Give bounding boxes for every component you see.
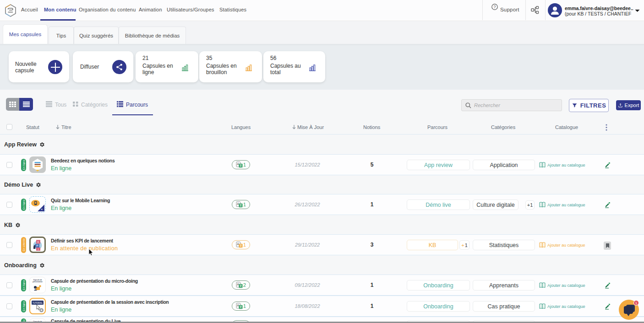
svg-text:présentation: présentation xyxy=(33,281,43,283)
svg-text:P: P xyxy=(36,244,38,247)
svg-text:TUTORIAL: TUTORIAL xyxy=(33,302,43,304)
svg-text:×: × xyxy=(41,207,43,211)
svg-text:K: K xyxy=(37,241,39,243)
svg-text:?: ? xyxy=(493,5,496,9)
